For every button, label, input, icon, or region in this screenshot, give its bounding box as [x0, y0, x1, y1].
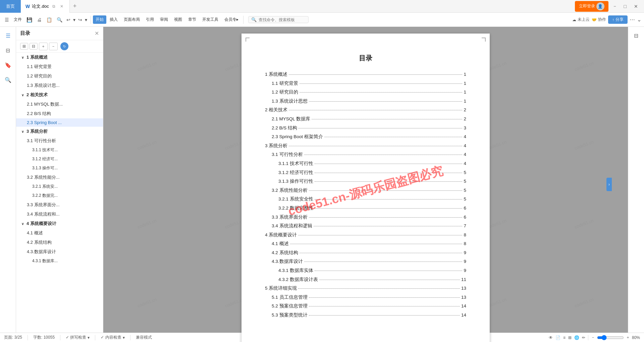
toc-item[interactable]: 1.1 研究背景: [16, 62, 103, 71]
toc-dots: [319, 280, 460, 280]
toc-toggle: ∨: [21, 130, 24, 133]
toc-page: 4: [464, 151, 466, 158]
view-btn[interactable]: 视图: [171, 15, 185, 24]
save-btn[interactable]: 💾: [24, 16, 34, 24]
zoom-slider[interactable]: [597, 335, 624, 340]
print-btn[interactable]: 🖨: [35, 16, 44, 24]
sync-btn[interactable]: ↻: [60, 42, 68, 50]
login-button[interactable]: 立即登录 👤: [575, 1, 608, 12]
zoom-minus-btn[interactable]: －: [591, 335, 595, 340]
expand-all-btn[interactable]: ⊞: [20, 43, 28, 50]
review-btn[interactable]: 审阅: [157, 15, 171, 24]
toc-item[interactable]: ∨3 系统分析: [16, 127, 103, 136]
file-icon-btn[interactable]: ☰: [3, 16, 11, 24]
spell-check[interactable]: ✓ 拼写检查 ▾: [66, 335, 90, 340]
member-btn[interactable]: 会员专▸: [222, 15, 241, 24]
search-icon: 🔍: [251, 17, 257, 22]
toc-item[interactable]: 3.2.2 数据完...: [16, 191, 103, 200]
remove-section-btn[interactable]: －: [49, 43, 58, 50]
toc-dots: [289, 74, 462, 75]
toc-item[interactable]: ∨4 系统概要设计: [16, 219, 103, 228]
file-label[interactable]: 文件: [12, 15, 24, 24]
toc-toggle: ∨: [21, 93, 24, 97]
user-avatar: 👤: [596, 2, 604, 10]
sidebar-close-btn[interactable]: ✕: [95, 30, 99, 37]
ref-btn[interactable]: 引用: [143, 15, 157, 24]
toc-item[interactable]: 4.1 概述: [16, 228, 103, 238]
zoom-plus-btn[interactable]: ＋: [626, 335, 630, 340]
collab-btn[interactable]: 🤝 协作: [592, 17, 606, 22]
toc-item[interactable]: 3.1 可行性分析: [16, 136, 103, 146]
chapter-btn[interactable]: 章节: [185, 15, 199, 24]
view-web-btn[interactable]: 🌐: [574, 335, 579, 340]
redo-btn[interactable]: ↪: [77, 16, 84, 23]
dev-btn[interactable]: 开发工具: [200, 15, 221, 24]
toc-entry: 2 相关技术2: [265, 106, 466, 114]
toc-page: 14: [461, 311, 466, 319]
toc-item[interactable]: 4.3.数据库设计: [16, 247, 103, 256]
collapse-all-btn[interactable]: ⊟: [30, 43, 38, 50]
insert-btn[interactable]: 插入: [107, 15, 120, 24]
home-tab[interactable]: 首页: [0, 0, 21, 13]
minimize-button[interactable]: －: [610, 2, 620, 11]
restore-button[interactable]: □: [621, 2, 629, 10]
layout-btn[interactable]: 页面布局: [121, 15, 143, 24]
toc-item[interactable]: 3.2.1 系统安...: [16, 182, 103, 191]
toc-page: 14: [461, 302, 466, 310]
toc-entry: 5.2 预案信息管理14: [265, 302, 466, 310]
nav-icon-btn[interactable]: ⊟: [2, 44, 14, 56]
toc-dots: [315, 164, 463, 164]
toc-item[interactable]: ∨2 相关技术: [16, 90, 103, 100]
toc-entry: 1.1 研究背景1: [265, 80, 466, 87]
toc-dots: [315, 199, 463, 199]
toc-item[interactable]: 4.3.1 数据库...: [16, 256, 103, 266]
share-btn[interactable]: ↑ 分享: [608, 15, 628, 24]
toc-icon-btn[interactable]: ☰: [2, 30, 14, 42]
add-tab-button[interactable]: +: [70, 3, 80, 10]
cloud-btn[interactable]: ☁ 未上云: [572, 17, 590, 22]
toc-item[interactable]: 3.1.1 技术可...: [16, 146, 103, 155]
toc-toggle: ∨: [21, 222, 24, 226]
toc-page: 9: [464, 267, 466, 274]
right-panel-icon[interactable]: ⊟: [630, 30, 642, 42]
toc-dots: [304, 262, 463, 262]
undo-dropdown[interactable]: ▾: [72, 16, 77, 23]
doc-tab[interactable]: W 论文.doc ⧉ ✕: [21, 0, 70, 13]
view-page-btn[interactable]: 📄: [555, 335, 560, 340]
toc-item[interactable]: 3.4 系统流程和...: [16, 210, 103, 219]
expand-btn[interactable]: ⌄: [637, 16, 641, 23]
redo-dropdown[interactable]: ▾: [84, 16, 89, 23]
toc-item[interactable]: 3.1.2 经济可...: [16, 155, 103, 164]
view-list-btn[interactable]: ≡: [563, 335, 566, 340]
view-eye-btn[interactable]: 👁: [549, 335, 553, 340]
close-button[interactable]: ✕: [631, 2, 641, 10]
mode-start-btn[interactable]: 开始: [93, 15, 106, 24]
undo-btn[interactable]: ↩: [65, 16, 72, 23]
content-check[interactable]: ✓ 内容检查 ▾: [101, 335, 124, 340]
watermark-cell: code51.cn: [103, 251, 202, 342]
toc-item[interactable]: 2.2 B/S 结构: [16, 109, 103, 118]
toc-item[interactable]: 1.2 研究目的: [16, 71, 103, 81]
toc-item[interactable]: 2.3 Spring Boot ...: [16, 118, 103, 127]
view-edit-btn[interactable]: ✏: [582, 335, 585, 340]
toc-item[interactable]: 3.3 系统界面分...: [16, 200, 103, 210]
add-section-btn[interactable]: ＋: [39, 43, 48, 50]
toc-item[interactable]: ∨1 系统概述: [16, 53, 103, 62]
toc-item[interactable]: 4.2 系统结构: [16, 238, 103, 247]
preview-btn[interactable]: 🔍: [55, 16, 64, 24]
search-input[interactable]: [259, 17, 306, 22]
doc-tab-close[interactable]: ✕: [59, 3, 65, 9]
toc-item[interactable]: 3.2 系统性能分...: [16, 173, 103, 182]
toc-page: 6: [464, 205, 466, 212]
search-icon-btn[interactable]: 🔍: [2, 74, 14, 86]
format-btn[interactable]: 📋: [44, 16, 54, 24]
toc-dots: [314, 226, 463, 226]
tab-restore-btn[interactable]: ⧉: [51, 3, 57, 9]
view-grid-btn[interactable]: ⊞: [568, 335, 572, 340]
bookmark-icon-btn[interactable]: 🔖: [2, 59, 14, 71]
toc-item[interactable]: 3.1.3 操作可...: [16, 164, 103, 173]
side-collapse-arrow[interactable]: ›: [606, 178, 612, 191]
toc-item[interactable]: 2.1 MYSQL 数据...: [16, 100, 103, 109]
more-btn[interactable]: ⋯: [630, 16, 635, 23]
toc-item[interactable]: 1.3 系统设计思...: [16, 81, 103, 90]
